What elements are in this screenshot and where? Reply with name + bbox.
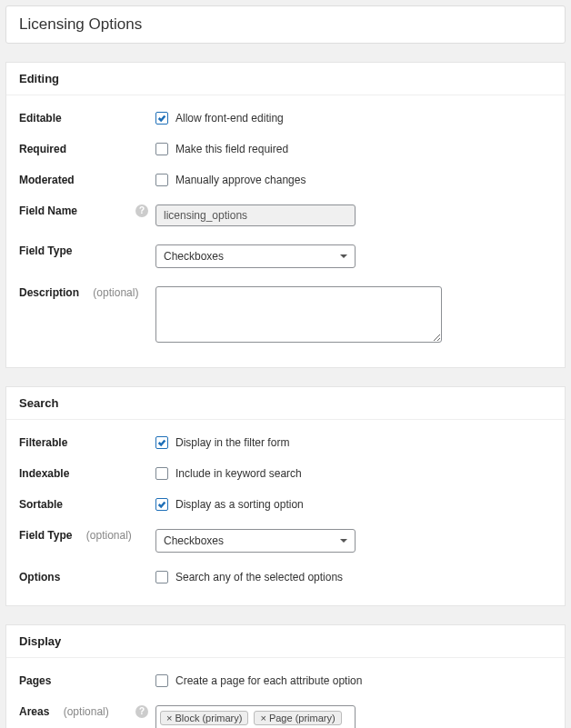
help-icon[interactable]: ? (135, 705, 148, 718)
row-field-name: Field Name ? (19, 195, 552, 235)
areas-label: Areas (19, 705, 49, 718)
editing-heading: Editing (6, 63, 565, 95)
row-search-field-type: Field Type (optional) Checkboxes (19, 520, 552, 562)
chevron-down-icon (340, 539, 347, 543)
indexable-label: Indexable (19, 467, 69, 480)
page-title: Licensing Options (5, 5, 566, 44)
row-description: Description (optional) (19, 277, 552, 354)
required-checkbox[interactable] (155, 143, 168, 155)
area-tag[interactable]: × Page (primary) (254, 711, 341, 725)
moderated-label: Moderated (19, 174, 75, 186)
required-checkbox-label: Make this field required (175, 143, 288, 155)
required-label: Required (19, 143, 66, 155)
sortable-checkbox[interactable] (155, 498, 168, 511)
row-pages: Pages Create a page for each attribute o… (19, 665, 552, 696)
sortable-checkbox-label: Display as a sorting option (175, 498, 304, 511)
description-textarea[interactable] (155, 286, 442, 343)
pages-checkbox-label: Create a page for each attribute option (175, 674, 362, 687)
row-indexable: Indexable Include in keyword search (19, 458, 552, 489)
indexable-checkbox[interactable] (155, 467, 168, 480)
editable-checkbox-label: Allow front-end editing (175, 112, 284, 125)
row-sortable: Sortable Display as a sorting option (19, 489, 552, 520)
indexable-checkbox-label: Include in keyword search (175, 467, 302, 480)
row-field-type: Field Type Checkboxes (19, 235, 552, 277)
options-label: Options (19, 571, 60, 583)
search-field-type-select[interactable]: Checkboxes (155, 529, 356, 553)
filterable-label: Filterable (19, 436, 67, 449)
areas-optional: (optional) (64, 705, 109, 718)
filterable-checkbox-label: Display in the filter form (175, 436, 289, 449)
search-field-type-optional: (optional) (86, 529, 132, 542)
options-checkbox-label: Search any of the selected options (175, 571, 343, 583)
help-icon[interactable]: ? (135, 204, 148, 217)
display-panel: Display Pages Create a page for each att… (5, 624, 566, 728)
pages-label: Pages (19, 674, 51, 687)
moderated-checkbox-label: Manually approve changes (175, 174, 306, 186)
editing-panel: Editing Editable Allow front-end editing… (5, 62, 566, 368)
sortable-label: Sortable (19, 498, 63, 511)
search-panel: Search Filterable Display in the filter … (5, 386, 566, 606)
description-optional: (optional) (93, 286, 138, 299)
row-required: Required Make this field required (19, 134, 552, 165)
pages-checkbox[interactable] (155, 674, 168, 687)
chevron-down-icon (340, 254, 347, 258)
editable-checkbox[interactable] (155, 112, 168, 125)
editable-label: Editable (19, 112, 62, 125)
field-type-select-value: Checkboxes (164, 250, 224, 263)
search-field-type-select-value: Checkboxes (164, 534, 224, 547)
row-filterable: Filterable Display in the filter form (19, 427, 552, 458)
field-type-label: Field Type (19, 244, 72, 257)
search-heading: Search (6, 387, 565, 420)
row-editable: Editable Allow front-end editing (19, 103, 552, 134)
search-field-type-label: Field Type (19, 529, 72, 542)
field-type-select[interactable]: Checkboxes (155, 244, 356, 268)
moderated-checkbox[interactable] (155, 174, 168, 186)
areas-input[interactable]: × Block (primary) × Page (primary) (155, 705, 356, 728)
display-heading: Display (6, 625, 565, 658)
options-checkbox[interactable] (155, 571, 168, 583)
row-areas: Areas (optional) ? × Block (primary) × P… (19, 696, 552, 728)
filterable-checkbox[interactable] (155, 436, 168, 449)
row-moderated: Moderated Manually approve changes (19, 165, 552, 195)
field-name-input[interactable] (155, 204, 356, 226)
row-options: Options Search any of the selected optio… (19, 562, 552, 593)
area-tag[interactable]: × Block (primary) (160, 711, 248, 725)
field-name-label: Field Name (19, 204, 77, 217)
description-label: Description (19, 286, 79, 299)
